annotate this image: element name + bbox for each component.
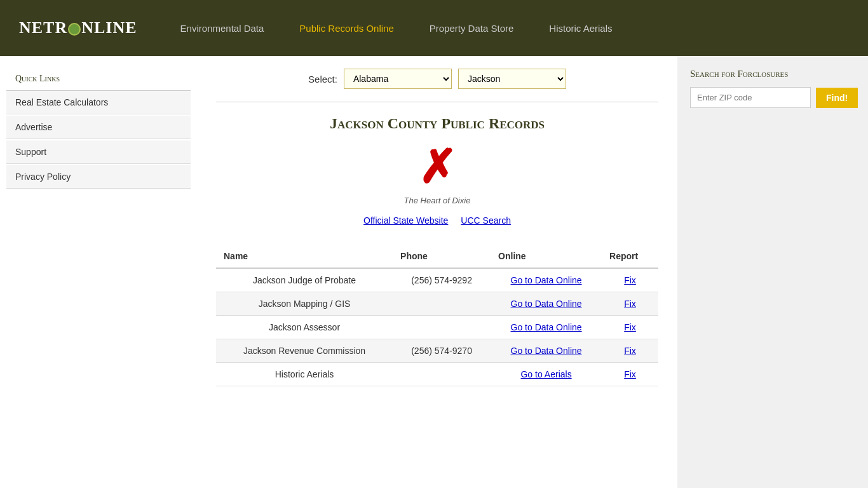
content-area: Select: Alabama Alaska Arizona Arkansas … [197, 56, 677, 488]
fix-link[interactable]: Fix [624, 299, 636, 309]
ucc-search-link[interactable]: UCC Search [461, 215, 511, 226]
table-cell-online: Go to Aerials [491, 363, 602, 386]
table-cell-report: Fix [602, 292, 658, 316]
foreclosure-title: Search for Forclosures [690, 69, 855, 79]
sidebar-item-privacy-policy[interactable]: Privacy Policy [6, 165, 191, 189]
table-row: Jackson AssessorGo to Data OnlineFix [216, 316, 658, 339]
main-nav: Environmental Data Public Records Online… [163, 23, 630, 34]
table-cell-name: Jackson Mapping / GIS [216, 292, 393, 316]
table-row: Jackson Judge of Probate(256) 574-9292Go… [216, 268, 658, 292]
quick-links-title: Quick Links [6, 69, 191, 91]
right-sidebar: Search for Forclosures Find! [677, 56, 868, 488]
table-cell-phone: (256) 574-9292 [393, 268, 491, 292]
go-to-data-online-link[interactable]: Go to Data Online [511, 322, 582, 332]
table-row: Jackson Revenue Commission(256) 574-9270… [216, 339, 658, 363]
table-cell-phone [393, 316, 491, 339]
go-to-data-online-link[interactable]: Go to Aerials [520, 369, 571, 379]
table-cell-name: Historic Aerials [216, 363, 393, 386]
table-cell-phone: (256) 574-9270 [393, 339, 491, 363]
header: NETRNLINE Environmental Data Public Reco… [0, 0, 868, 56]
go-to-data-online-link[interactable]: Go to Data Online [511, 275, 582, 285]
find-button[interactable]: Find! [816, 88, 858, 108]
select-label: Select: [308, 74, 337, 85]
state-motto: The Heart of Dixie [216, 196, 658, 205]
sidebar: Quick Links Real Estate Calculators Adve… [0, 56, 197, 488]
nav-item-environmental-data[interactable]: Environmental Data [163, 23, 282, 34]
table-cell-report: Fix [602, 268, 658, 292]
cross-icon: ✗ [418, 144, 456, 190]
county-dropdown[interactable]: Jackson Jefferson Lee Madison Mobile [458, 69, 566, 89]
table-cell-name: Jackson Revenue Commission [216, 339, 393, 363]
fix-link[interactable]: Fix [624, 322, 636, 332]
foreclosure-form: Find! [690, 87, 855, 108]
zip-input[interactable] [690, 87, 811, 108]
state-symbol: ✗ [415, 145, 459, 189]
col-header-name: Name [216, 245, 393, 268]
table-cell-online: Go to Data Online [491, 339, 602, 363]
table-cell-name: Jackson Judge of Probate [216, 268, 393, 292]
table-cell-online: Go to Data Online [491, 268, 602, 292]
main-layout: Quick Links Real Estate Calculators Adve… [0, 56, 868, 488]
fix-link[interactable]: Fix [624, 346, 636, 356]
logo[interactable]: NETRNLINE [19, 18, 137, 37]
table-cell-online: Go to Data Online [491, 316, 602, 339]
table-row: Historic AerialsGo to AerialsFix [216, 363, 658, 386]
records-table: Name Phone Online Report Jackson Judge o… [216, 245, 658, 386]
nav-item-property-data-store[interactable]: Property Data Store [412, 23, 532, 34]
col-header-online: Online [491, 245, 602, 268]
state-links: Official State Website UCC Search [216, 215, 658, 226]
nav-item-historic-aerials[interactable]: Historic Aerials [531, 23, 630, 34]
county-title: Jackson County Public Records [216, 115, 658, 132]
logo-text-after: NLINE [81, 18, 137, 37]
table-cell-report: Fix [602, 339, 658, 363]
sidebar-item-advertise[interactable]: Advertise [6, 116, 191, 139]
logo-area: NETRNLINE [19, 18, 137, 37]
sidebar-item-support[interactable]: Support [6, 140, 191, 164]
col-header-report: Report [602, 245, 658, 268]
table-cell-online: Go to Data Online [491, 292, 602, 316]
select-row: Select: Alabama Alaska Arizona Arkansas … [216, 69, 658, 89]
go-to-data-online-link[interactable]: Go to Data Online [511, 346, 582, 356]
logo-text-before: NETR [19, 18, 67, 37]
table-cell-report: Fix [602, 363, 658, 386]
table-cell-phone [393, 292, 491, 316]
official-state-website-link[interactable]: Official State Website [363, 215, 448, 226]
fix-link[interactable]: Fix [624, 275, 636, 285]
nav-item-public-records-online[interactable]: Public Records Online [281, 23, 411, 34]
sidebar-item-real-estate-calculators[interactable]: Real Estate Calculators [6, 91, 191, 114]
logo-globe [68, 23, 81, 36]
go-to-data-online-link[interactable]: Go to Data Online [511, 299, 582, 309]
table-row: Jackson Mapping / GISGo to Data OnlineFi… [216, 292, 658, 316]
county-section: Jackson County Public Records ✗ The Hear… [216, 102, 658, 386]
table-cell-name: Jackson Assessor [216, 316, 393, 339]
state-dropdown[interactable]: Alabama Alaska Arizona Arkansas Californ… [344, 69, 452, 89]
table-cell-phone [393, 363, 491, 386]
col-header-phone: Phone [393, 245, 491, 268]
table-cell-report: Fix [602, 316, 658, 339]
fix-link[interactable]: Fix [624, 369, 636, 379]
